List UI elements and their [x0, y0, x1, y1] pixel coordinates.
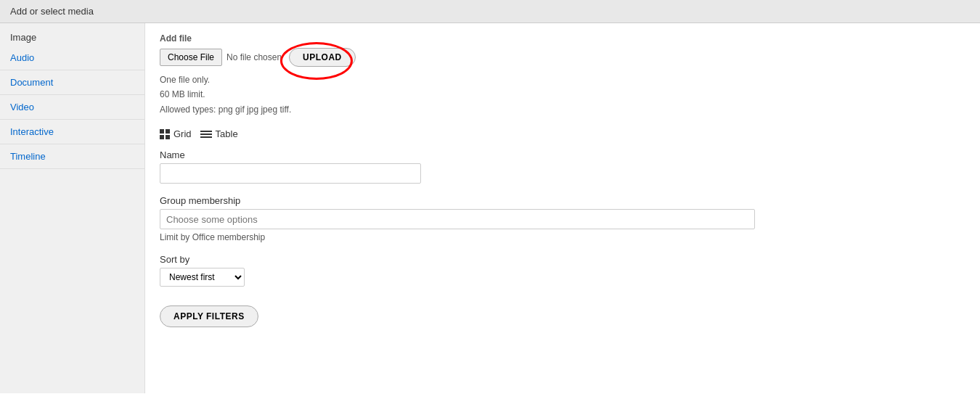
- add-file-row: Choose File No file chosen UPLOAD: [160, 48, 965, 67]
- group-membership-section: Group membership Limit by Office members…: [160, 195, 965, 242]
- name-input[interactable]: [160, 163, 421, 184]
- grid-view-toggle[interactable]: Grid: [160, 128, 192, 139]
- constraint-line3: Allowed types: png gif jpg jpeg tiff.: [160, 102, 965, 117]
- main-content: Add file Choose File No file chosen UPLO…: [145, 23, 980, 393]
- name-label: Name: [160, 149, 965, 160]
- upload-btn-container: UPLOAD: [289, 48, 356, 67]
- table-label: Table: [216, 128, 238, 139]
- table-view-toggle[interactable]: Table: [200, 128, 238, 139]
- grid-icon: [160, 129, 170, 139]
- sidebar-item-audio[interactable]: Audio: [0, 46, 144, 70]
- sidebar-item-interactive[interactable]: Interactive: [0, 120, 144, 144]
- dialog-title: Add or select media: [0, 0, 980, 23]
- sort-by-section: Sort by Newest first Oldest first Name A…: [160, 254, 965, 287]
- name-field-section: Name: [160, 149, 965, 184]
- view-toggle-row: Grid Table: [160, 128, 965, 139]
- group-membership-label: Group membership: [160, 195, 965, 206]
- add-file-label: Add file: [160, 33, 965, 44]
- constraint-line1: One file only.: [160, 73, 965, 87]
- file-input-wrapper: Choose File No file chosen: [160, 49, 282, 66]
- sidebar-item-timeline[interactable]: Timeline: [0, 144, 144, 169]
- dialog-body: Image Audio Document Video Interactive T…: [0, 23, 980, 393]
- table-icon: [200, 131, 212, 138]
- apply-filters-button[interactable]: APPLY FILTERS: [160, 305, 258, 327]
- add-file-section: Add file Choose File No file chosen UPLO…: [160, 33, 965, 117]
- no-file-text: No file chosen: [226, 52, 282, 62]
- office-membership-label: Limit by Office membership: [160, 232, 965, 242]
- upload-button[interactable]: UPLOAD: [289, 48, 356, 67]
- choose-file-button[interactable]: Choose File: [160, 49, 222, 66]
- grid-label: Grid: [173, 128, 192, 139]
- sort-by-label: Sort by: [160, 254, 965, 265]
- sidebar-item-document[interactable]: Document: [0, 70, 144, 95]
- sidebar-section-label: Image: [0, 26, 144, 46]
- sidebar: Image Audio Document Video Interactive T…: [0, 23, 145, 393]
- sort-by-select[interactable]: Newest first Oldest first Name A-Z Name …: [160, 268, 245, 287]
- sidebar-item-video[interactable]: Video: [0, 95, 144, 120]
- group-membership-input[interactable]: [160, 209, 755, 229]
- constraint-line2: 60 MB limit.: [160, 87, 965, 102]
- file-constraints: One file only. 60 MB limit. Allowed type…: [160, 73, 965, 117]
